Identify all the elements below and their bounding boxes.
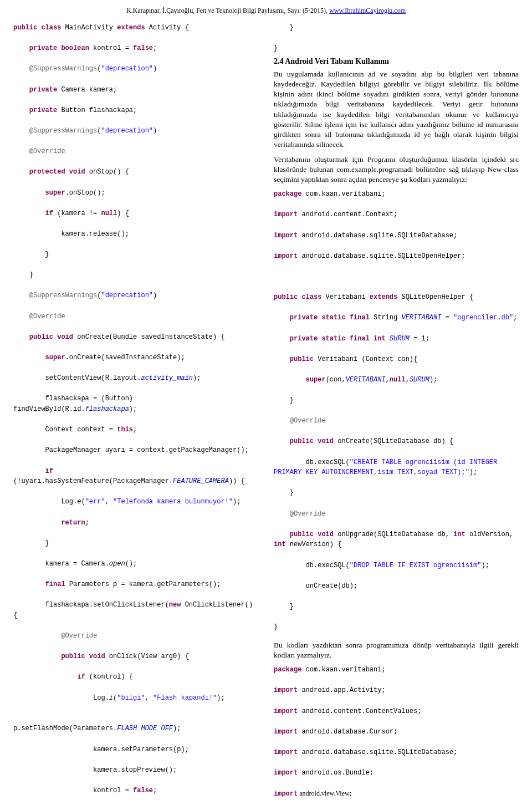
- code-text: android.content.Context;: [298, 211, 397, 218]
- code-text: );: [193, 374, 201, 382]
- code-text: package: [274, 666, 301, 674]
- code-text: private: [13, 86, 57, 94]
- code-text: = 1;: [410, 335, 429, 343]
- code-text: );: [233, 498, 241, 506]
- code-text: ,: [406, 376, 410, 384]
- code-text: setContentView(R.layout.: [13, 374, 141, 382]
- code-text: import: [274, 790, 298, 798]
- code-text: oldVersion,: [466, 531, 518, 538]
- code-text: kontrol =: [13, 787, 133, 794]
- code-text: ) {: [117, 210, 129, 217]
- code-text: ): [153, 127, 157, 135]
- code-text: "Flash kapandı!": [153, 694, 217, 702]
- code-text: ,: [105, 498, 113, 506]
- code-text: ;: [85, 519, 89, 527]
- code-text: onClick(View arg0) {: [105, 653, 189, 660]
- code-text: )) {: [229, 477, 245, 485]
- running-header: K.Karapınar, İ.Çayıroğlu, Fen ve Teknolo…: [13, 7, 519, 15]
- code-text: flashackapa.setOnClickListener(: [13, 601, 169, 609]
- code-text: "deprecation": [101, 292, 153, 299]
- code-text: onStop() {: [85, 168, 129, 176]
- code-text: (kamera !=: [53, 210, 101, 217]
- code-text: );: [429, 376, 437, 384]
- code-text: FEATURE_CAMERA: [173, 477, 229, 485]
- code-text: "Telefonda kamera bulunmuyor!": [113, 498, 233, 506]
- code-text: onCreate(db);: [274, 582, 357, 590]
- serif-body-block-2: Bu kodları yazdıktan sonra programımıza …: [274, 640, 519, 660]
- code-text: "DROP TABLE IF EXIST ogrenciisim": [350, 562, 482, 569]
- code-text: super: [13, 189, 65, 197]
- code-text: new: [169, 601, 181, 609]
- code-text: "deprecation": [101, 127, 153, 135]
- code-text: ;: [513, 314, 517, 322]
- section-heading: 2.4 Android Veri Tabanı Kullanımı: [274, 57, 519, 66]
- code-text: private static final int: [274, 335, 390, 343]
- paragraph: Bu uygulamada kullanıcının ad ve soyadın…: [274, 69, 519, 150]
- code-text: );: [481, 562, 489, 569]
- code-text: }: [274, 623, 278, 631]
- code-text: @SuppressWarnings: [13, 127, 97, 135]
- code-text: PackageManager uyarı = context.getPackag…: [13, 446, 249, 454]
- code-text: }: [274, 44, 278, 52]
- code-text: private: [13, 106, 57, 114]
- code-text: i: [109, 694, 113, 702]
- code-text: Parameters p = kamera.getParameters();: [65, 580, 221, 588]
- code-text: SURUM: [410, 376, 429, 384]
- code-text: open: [109, 560, 125, 568]
- code-text: import: [274, 686, 298, 694]
- code-text: android.content.ContentValues;: [298, 707, 421, 715]
- code-text: import: [274, 748, 298, 756]
- code-text: Log.: [13, 694, 109, 702]
- code-text: if: [13, 467, 53, 475]
- code-text: "ogrenciler.db": [453, 314, 513, 322]
- code-text: }: [274, 396, 294, 404]
- code-text: import: [274, 252, 298, 260]
- code-text: protected void: [13, 168, 85, 176]
- code-text: kamera.release();: [13, 230, 129, 238]
- code-text: super: [274, 376, 326, 384]
- serif-body-block: Bu uygulamada kullanıcının ad ve soyadın…: [274, 69, 519, 185]
- right-code-block-2: package com.kaan.veritabani; import andr…: [274, 665, 519, 799]
- code-text: "deprecation": [101, 65, 153, 73]
- code-text: @Override: [13, 632, 97, 640]
- paragraph: Bu kodları yazdıktan sonra programımıza …: [274, 640, 519, 660]
- code-text: Veritabani (Context con){: [314, 355, 417, 363]
- code-text: com.kaan.veritabani;: [301, 190, 385, 198]
- code-text: String: [370, 314, 402, 322]
- code-text: db.execSQL(: [274, 562, 350, 569]
- right-code-top: } }: [274, 23, 519, 54]
- code-text: VERITABANI: [346, 376, 386, 384]
- header-prefix: K.Karapınar, İ.Çayıroğlu, Fen ve Teknolo…: [126, 7, 329, 14]
- code-text: public void: [274, 437, 334, 445]
- code-text: import: [274, 769, 298, 777]
- code-text: Log.: [13, 498, 77, 506]
- code-text: ;: [153, 787, 157, 794]
- code-text: this: [117, 426, 133, 434]
- code-text: }: [13, 539, 49, 547]
- header-link[interactable]: www.IbrahimCayiroglu.com: [329, 7, 406, 14]
- code-text: ,: [386, 376, 390, 384]
- code-text: android.view.View;: [298, 789, 351, 797]
- code-text: Camera kamera;: [57, 86, 117, 94]
- code-text: }: [274, 489, 294, 497]
- code-text: null: [390, 376, 406, 384]
- code-text: kontrol =: [89, 44, 133, 52]
- code-text: "bilgi": [117, 694, 145, 702]
- two-column-layout: public class MainActivity extends Activi…: [13, 23, 519, 800]
- code-text: android.database.Cursor;: [298, 728, 397, 736]
- code-text: }: [13, 271, 33, 279]
- right-code-block-1: package com.kaan.veritabani; import andr…: [274, 189, 519, 633]
- code-text: flashackapa: [85, 405, 129, 413]
- code-text: android.os.Bundle;: [298, 769, 374, 777]
- code-text: onUpgrade(SQLiteDatabase db,: [334, 531, 453, 538]
- code-text: (: [81, 498, 85, 506]
- code-text: newVersion) {: [286, 541, 342, 548]
- code-text: super: [13, 354, 65, 361]
- code-text: SURUM: [390, 335, 410, 343]
- code-text: @Override: [13, 313, 65, 320]
- code-text: ): [153, 65, 157, 73]
- code-text: int: [274, 541, 286, 548]
- left-code-block: public class MainActivity extends Activi…: [13, 23, 258, 800]
- code-text: (kontrol) {: [85, 673, 133, 681]
- code-text: VERITABANI: [401, 314, 441, 322]
